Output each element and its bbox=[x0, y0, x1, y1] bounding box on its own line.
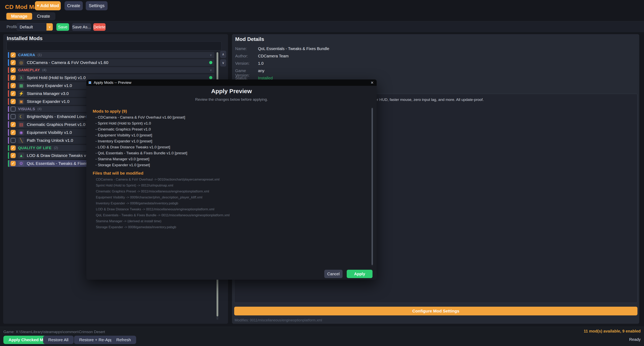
field-value: CDCamera Team bbox=[258, 54, 288, 58]
mod-name: CDCamera - Camera & FoV Overhaul v1.60 bbox=[27, 60, 108, 65]
profile-bar: Profile: Default ∨ Save Save As... Delet… bbox=[0, 21, 644, 32]
camera-lens-icon: ◎ bbox=[18, 60, 24, 66]
grid-icon: ▦ bbox=[18, 83, 24, 89]
file-list-item: QoL Essentials - Tweaks & Fixes Bundle -… bbox=[96, 213, 230, 217]
mod-name: Stamina Manager v3.0 bbox=[27, 91, 69, 96]
mod-name: Cinematic Graphics Preset v1.0 bbox=[27, 122, 85, 127]
file-list-item: LOD & Draw Distance Tweaks -> 0011/misce… bbox=[96, 207, 214, 211]
file-list-item: Sprint Hold (Hold to Sprint) -> 0012/ui/… bbox=[96, 184, 173, 187]
close-icon[interactable]: × bbox=[371, 80, 374, 85]
field-value: 1.0 bbox=[258, 61, 264, 66]
apply-list-item: - LOD & Draw Distance Tweaks v1.0 [prese… bbox=[96, 145, 170, 149]
mod-name: Sprint Hold (Hold to Sprint) v1.0 bbox=[27, 75, 86, 80]
delete-profile-button[interactable]: Delete bbox=[93, 23, 106, 31]
category-row-gameplay[interactable]: GAMEPLAY (4) ∨ bbox=[8, 67, 214, 73]
apply-preview-dialog: Apply Mods -- Preview × Apply Preview Re… bbox=[86, 80, 377, 280]
profile-select[interactable]: Default ∨ bbox=[17, 23, 53, 31]
apply-button[interactable]: Apply bbox=[347, 270, 372, 278]
status-dot bbox=[209, 76, 212, 79]
refresh-button[interactable]: Refresh bbox=[111, 336, 136, 344]
bottom-bar: Game: X:\SteamLibrary\steamapps\common\C… bbox=[0, 327, 644, 346]
eye-icon: ◉ bbox=[18, 130, 24, 135]
category-label: CAMERA bbox=[18, 53, 35, 57]
save-as-profile-button[interactable]: Save As... bbox=[72, 23, 91, 31]
collapse-chevron-icon[interactable]: ∨ bbox=[210, 53, 212, 57]
moon-icon: ☾ bbox=[18, 114, 24, 120]
category-count: (1) bbox=[38, 53, 42, 57]
mod-checkbox[interactable] bbox=[10, 130, 16, 135]
chevron-down-icon[interactable]: ∨ bbox=[46, 23, 53, 31]
dialog-titlebar[interactable]: Apply Mods -- Preview × bbox=[86, 80, 377, 86]
mod-name: Path Tracing Unlock v1.0 bbox=[27, 138, 73, 143]
lightning-icon: ⚡ bbox=[18, 91, 24, 97]
save-profile-button[interactable]: Save bbox=[56, 23, 69, 31]
file-list-item: Cinematic Graphics Preset -> 0011/miscel… bbox=[96, 189, 209, 193]
field-label: Name: bbox=[235, 47, 258, 51]
collapse-chevron-icon[interactable]: ∨ bbox=[210, 68, 212, 72]
detail-row-version: Version: 1.0 bbox=[235, 61, 264, 66]
move-up-button[interactable]: ∧ bbox=[220, 51, 226, 58]
ready-status: Ready bbox=[629, 337, 641, 342]
settings-button[interactable]: Settings bbox=[86, 1, 108, 10]
mod-checkbox[interactable] bbox=[10, 161, 16, 166]
tab-create[interactable]: Create bbox=[32, 13, 55, 20]
file-list-item: Stamina Manager -> (derived at install t… bbox=[96, 219, 161, 223]
add-mod-button[interactable]: + Add Mod bbox=[35, 1, 61, 10]
files-modified-heading: Files that will be modified bbox=[93, 171, 144, 176]
mod-checkbox[interactable] bbox=[10, 75, 16, 80]
category-label: QUALITY OF LIFE bbox=[18, 146, 52, 150]
tab-manage[interactable]: Manage bbox=[6, 13, 32, 20]
chest-icon: ▣ bbox=[18, 99, 24, 105]
move-down-button[interactable]: ∨ bbox=[220, 59, 226, 67]
mod-row[interactable]: ◎ CDCamera - Camera & FoV Overhaul v1.60 bbox=[8, 59, 214, 66]
scrollbar-thumb[interactable] bbox=[372, 108, 373, 265]
file-list-item: Equipment Visibility -> 0009/character/p… bbox=[96, 195, 202, 199]
mods-available-status: 11 mod(s) available, 9 enabled bbox=[584, 329, 641, 333]
gear-icon: ⚙ bbox=[18, 160, 24, 166]
apply-list-item: - QoL Essentials - Tweaks & Fixes Bundle… bbox=[96, 151, 187, 155]
mod-checkbox[interactable] bbox=[10, 91, 16, 96]
runner-icon: λ bbox=[18, 75, 24, 81]
profile-selected-value: Default bbox=[17, 25, 47, 29]
mod-checkbox[interactable] bbox=[10, 114, 16, 119]
create-button[interactable]: Create bbox=[64, 1, 83, 10]
field-value: QoL Essentials - Tweaks & Fixes Bundle bbox=[258, 47, 329, 51]
apply-list-item: - Inventory Expander v1.0 [preset] bbox=[96, 139, 152, 143]
mod-search-input[interactable] bbox=[6, 41, 222, 51]
category-checkbox[interactable] bbox=[10, 145, 16, 151]
ray-icon: ╲ bbox=[18, 137, 24, 143]
category-count: (2) bbox=[54, 146, 58, 150]
file-list-item: CDCamera - Camera & FoV Overhaul -> 0010… bbox=[96, 178, 220, 182]
mod-checkbox[interactable] bbox=[10, 153, 16, 158]
apply-list-item: - Cinematic Graphics Preset v1.0 bbox=[96, 127, 151, 132]
apply-list-item: - Storage Expander v1.0 [preset] bbox=[96, 163, 150, 167]
mod-checkbox[interactable] bbox=[10, 99, 16, 104]
category-checkbox[interactable] bbox=[10, 107, 16, 112]
mod-details-title: Mod Details bbox=[235, 36, 264, 42]
dialog-window-title: Apply Mods -- Preview bbox=[94, 81, 132, 85]
view-tabs: Manage Create bbox=[6, 12, 55, 20]
category-checkbox[interactable] bbox=[10, 53, 16, 58]
mod-checkbox[interactable] bbox=[10, 83, 16, 88]
mod-checkbox[interactable] bbox=[10, 138, 16, 143]
category-row-camera[interactable]: CAMERA (1) ∨ bbox=[8, 52, 214, 58]
category-checkbox[interactable] bbox=[10, 68, 16, 73]
cancel-button[interactable]: Cancel bbox=[324, 270, 342, 278]
restore-all-button[interactable]: Restore All bbox=[43, 336, 74, 344]
apply-list-item: - CDCamera - Camera & FoV Overhaul v1.60… bbox=[96, 115, 185, 120]
mod-checkbox[interactable] bbox=[10, 122, 16, 127]
category-count: (4) bbox=[42, 68, 46, 72]
category-label: GAMEPLAY bbox=[18, 68, 40, 72]
modifies-path-text: Modifies: 0011/miscellaneous/engineoptio… bbox=[234, 318, 322, 322]
film-slate-icon: ▤ bbox=[18, 122, 24, 128]
configure-mod-settings-button[interactable]: Configure Mod Settings bbox=[234, 307, 638, 315]
mod-name: Inventory Expander v1.0 bbox=[27, 83, 72, 88]
dialog-subtitle: Review the changes below before applying… bbox=[86, 97, 377, 102]
file-list-item: Storage Expander -> 0008/gamedata/invent… bbox=[96, 225, 176, 229]
mod-name: Equipment Visibility v1.0 bbox=[27, 130, 72, 135]
detail-row-name: Name: QoL Essentials - Tweaks & Fixes Bu… bbox=[235, 47, 329, 51]
dialog-scrollbar[interactable] bbox=[372, 107, 373, 266]
mod-checkbox[interactable] bbox=[10, 60, 16, 65]
field-label: Version: bbox=[235, 61, 258, 66]
mountain-icon: ▲ bbox=[18, 153, 24, 159]
